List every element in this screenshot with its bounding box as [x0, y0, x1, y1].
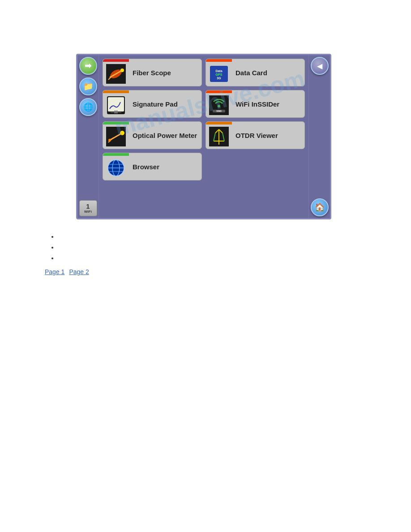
- wifi-inssider-label: WiFi InSSIDer: [232, 99, 304, 110]
- folder-icon: 📁: [83, 82, 93, 91]
- bullet-item-1: [58, 233, 358, 240]
- svg-point-3: [120, 69, 124, 72]
- optical-power-meter-color-bar: [103, 122, 129, 124]
- wifi-badge[interactable]: 1 WiFi: [79, 200, 97, 216]
- fiber-scope-color-bar: [103, 59, 129, 62]
- fiber-scope-icon: [106, 64, 126, 84]
- forward-icon: ➡: [85, 61, 91, 71]
- bullet-item-3: [58, 254, 358, 262]
- fiber-scope-icon-area: [103, 59, 129, 86]
- back-icon: ◀: [317, 62, 322, 70]
- svg-rect-11: [114, 111, 118, 113]
- browser-icon-area: [103, 153, 129, 180]
- fiber-scope-label: Fiber Scope: [129, 67, 201, 78]
- wifi-inssider-icon: SSID: [209, 95, 229, 115]
- link-row: Page 1 Page 2: [45, 268, 358, 275]
- optical-power-meter-button[interactable]: Optical Power Meter: [103, 121, 202, 149]
- svg-point-18: [120, 131, 124, 135]
- optical-power-meter-icon-area: [103, 122, 129, 149]
- svg-text:GPS: GPS: [216, 73, 223, 76]
- wifi-inssider-button[interactable]: SSID WiFi InSSIDer: [206, 90, 305, 118]
- left-sidebar: ➡ 📁 🌐 1 WiFi: [77, 55, 99, 218]
- browser-icon: [106, 158, 126, 178]
- globe-icon: 🌐: [83, 102, 93, 112]
- data-card-icon-area: Data GPS 3G: [206, 59, 232, 86]
- browser-button[interactable]: Browser: [103, 153, 202, 180]
- globe-button[interactable]: 🌐: [79, 98, 97, 116]
- otdr-viewer-label: OTDR Viewer: [232, 130, 304, 141]
- browser-color-bar: [103, 153, 129, 156]
- forward-button[interactable]: ➡: [79, 57, 97, 75]
- otdr-viewer-icon-area: [206, 122, 232, 149]
- page-link-1[interactable]: Page 1: [45, 268, 64, 275]
- home-button[interactable]: 🏠: [311, 198, 329, 216]
- wifi-label: WiFi: [84, 210, 92, 214]
- svg-text:Data: Data: [215, 69, 222, 73]
- device-panel: ➡ 📁 🌐 1 WiFi: [76, 54, 331, 219]
- page-container: manualshive.com ➡ 📁 🌐 1 WiFi: [0, 0, 411, 532]
- svg-point-20: [108, 139, 111, 142]
- bullet-item-2: [58, 244, 358, 251]
- svg-text:3G: 3G: [217, 77, 221, 80]
- data-card-color-bar: [206, 59, 232, 62]
- data-card-icon: Data GPS 3G: [209, 64, 229, 84]
- wifi-number: 1: [86, 203, 90, 210]
- signature-pad-icon-area: [103, 90, 129, 117]
- app-grid: Fiber Scope Data GPS 3G Data Card: [99, 55, 308, 218]
- wifi-inssider-icon-area: SSID: [206, 90, 232, 117]
- fiber-scope-button[interactable]: Fiber Scope: [103, 59, 202, 86]
- browser-label: Browser: [129, 161, 201, 172]
- data-card-label: Data Card: [232, 67, 304, 78]
- otdr-viewer-button[interactable]: OTDR Viewer: [206, 121, 305, 149]
- signature-pad-icon: [106, 95, 126, 115]
- svg-point-13: [218, 105, 220, 107]
- otdr-viewer-color-bar: [206, 122, 232, 124]
- optical-power-meter-icon: [106, 127, 126, 146]
- page-link-2[interactable]: Page 2: [69, 268, 89, 275]
- data-card-button[interactable]: Data GPS 3G Data Card: [206, 59, 305, 86]
- right-sidebar: ◀ 🏠: [308, 55, 330, 218]
- signature-pad-button[interactable]: Signature Pad: [103, 90, 202, 118]
- optical-power-meter-label: Optical Power Meter: [129, 130, 201, 141]
- signature-pad-color-bar: [103, 90, 129, 93]
- signature-pad-label: Signature Pad: [129, 99, 201, 110]
- folder-button[interactable]: 📁: [79, 77, 97, 95]
- svg-text:SSID: SSID: [216, 110, 222, 112]
- wifi-inssider-color-bar: [206, 90, 232, 93]
- home-icon: 🏠: [315, 202, 325, 212]
- bullet-list: [58, 233, 358, 262]
- back-button[interactable]: ◀: [311, 57, 329, 75]
- below-panel: Page 1 Page 2: [45, 228, 358, 275]
- otdr-viewer-icon: [209, 127, 229, 146]
- svg-rect-10: [108, 97, 124, 112]
